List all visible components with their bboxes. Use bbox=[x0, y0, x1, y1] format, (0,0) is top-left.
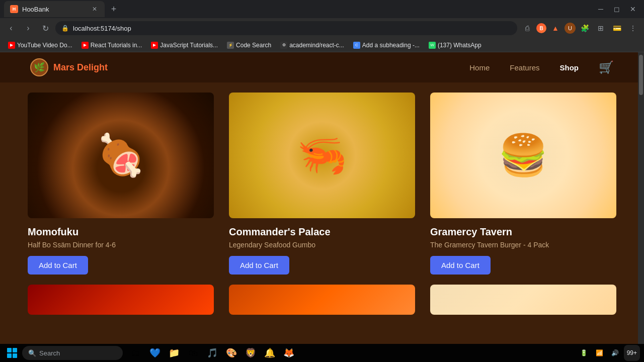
product-name-momofuku: Momofuku bbox=[28, 226, 214, 238]
taskbar-app-folder[interactable]: 📁 bbox=[165, 345, 183, 361]
taskbar-notifications-count[interactable]: 99+ bbox=[624, 345, 640, 361]
win-sq-4 bbox=[13, 353, 17, 358]
bookmark-favicon-js: ▶ bbox=[151, 42, 158, 49]
nav-home[interactable]: Home bbox=[469, 63, 490, 72]
minimize-button[interactable]: ─ bbox=[594, 2, 608, 16]
scrollbar-thumb[interactable] bbox=[639, 55, 643, 95]
navigation-bar: ‹ › ↻ 🔒 localhost:5174/shop ⎙ B ▲ U 🧩 ⊞ … bbox=[0, 18, 644, 38]
bookmark-favicon-wa: W bbox=[429, 42, 436, 49]
bookmark-label-wa: (137) WhatsApp bbox=[438, 42, 481, 49]
bookmark-subheading[interactable]: C Add a subheading -... bbox=[349, 40, 424, 51]
site-logo[interactable]: 🌿 Mars Delight bbox=[30, 58, 108, 76]
bookmarks-bar: ▶ YouTube Video Do... ▶ React Tutorials … bbox=[0, 38, 644, 52]
logo-icon: 🌿 bbox=[30, 58, 48, 76]
taskbar-app-vscode[interactable]: 💙 bbox=[146, 345, 164, 361]
website-content: 🌿 Mars Delight Home Features Shop 🛒 Momo… bbox=[0, 52, 644, 344]
bookmark-favicon-react: ▶ bbox=[82, 42, 89, 49]
bookmark-favicon-yt: ▶ bbox=[8, 42, 15, 49]
product-desc-gramercy: The Gramercy Tavern Burger - 4 Pack bbox=[430, 241, 616, 249]
taskbar-app-file-explorer[interactable]: 🗂 bbox=[127, 345, 145, 361]
product-image-commanders bbox=[229, 93, 415, 218]
nav-shop[interactable]: Shop bbox=[560, 63, 579, 72]
win-sq-3 bbox=[7, 353, 12, 358]
address-bar[interactable]: 🔒 localhost:5174/shop bbox=[55, 21, 517, 35]
taskbar-app-store[interactable]: 🛍 bbox=[184, 345, 202, 361]
bookmark-js-tutorials[interactable]: ▶ JavaScript Tutorials... bbox=[147, 40, 222, 51]
bookmark-label-academind: academind/react-c... bbox=[289, 42, 344, 49]
tab-bar: H HooBank ✕ + ─ ◻ ✕ bbox=[0, 0, 644, 18]
add-to-cart-momofuku[interactable]: Add to Cart bbox=[28, 256, 88, 275]
product-desc-momofuku: Half Bo Ssäm Dinner for 4-6 bbox=[28, 241, 214, 249]
cart-icon[interactable]: 🛒 bbox=[599, 60, 614, 74]
bookmark-academind[interactable]: ⚙ academind/react-c... bbox=[276, 40, 348, 51]
bookmark-whatsapp[interactable]: W (137) WhatsApp bbox=[425, 40, 486, 51]
product-partial-3 bbox=[430, 285, 616, 315]
shop-content: Momofuku Half Bo Ssäm Dinner for 4-6 Add… bbox=[0, 82, 644, 325]
bookmark-yt-video[interactable]: ▶ YouTube Video Do... bbox=[4, 40, 76, 51]
add-to-cart-commanders[interactable]: Add to Cart bbox=[229, 256, 289, 275]
product-name-commanders: Commander's Palace bbox=[229, 226, 415, 238]
share-button[interactable]: ⎙ bbox=[520, 21, 534, 35]
taskbar: 🔍 Search 🗂 💙 📁 🛍 🎵 🎨 🦁 🔔 🦊 🔋 📶 🔊 99+ bbox=[0, 344, 644, 362]
site-nav: Home Features Shop 🛒 bbox=[469, 60, 614, 74]
product-image-gramercy bbox=[430, 93, 616, 218]
taskbar-app-notification[interactable]: 🔔 bbox=[261, 345, 279, 361]
bookmark-label-react: React Tutorials in... bbox=[91, 42, 142, 49]
search-icon: 🔍 bbox=[28, 349, 36, 357]
maximize-button[interactable]: ◻ bbox=[610, 2, 624, 16]
tab-favicon: H bbox=[10, 5, 18, 13]
wallet-button[interactable]: 💳 bbox=[610, 21, 624, 35]
bookmark-favicon-sub: C bbox=[353, 42, 360, 49]
bookmark-favicon-academind: ⚙ bbox=[280, 42, 287, 49]
taskbar-search[interactable]: 🔍 Search bbox=[22, 346, 123, 360]
bookmark-label-yt: YouTube Video Do... bbox=[17, 42, 72, 49]
products-partial-row bbox=[28, 285, 616, 315]
browser-actions: ⎙ B ▲ U 🧩 ⊞ 💳 ⋮ bbox=[520, 21, 640, 35]
start-button[interactable] bbox=[4, 345, 20, 361]
taskbar-apps: 🗂 💙 📁 🛍 🎵 🎨 🦁 🔔 🦊 bbox=[127, 345, 298, 361]
extensions-button[interactable]: 🧩 bbox=[578, 21, 592, 35]
taskbar-app-figma[interactable]: 🎨 bbox=[222, 345, 240, 361]
products-grid: Momofuku Half Bo Ssäm Dinner for 4-6 Add… bbox=[28, 93, 616, 275]
taskbar-battery[interactable]: 🔋 bbox=[577, 345, 591, 361]
product-partial-2 bbox=[229, 285, 415, 315]
menu-button[interactable]: ⋮ bbox=[626, 21, 640, 35]
product-card-gramercy: Gramercy Tavern The Gramercy Tavern Burg… bbox=[430, 93, 616, 275]
bookmark-react-tutorials[interactable]: ▶ React Tutorials in... bbox=[77, 40, 146, 51]
nav-features[interactable]: Features bbox=[510, 63, 539, 72]
new-tab-button[interactable]: + bbox=[107, 2, 121, 16]
win-sq-2 bbox=[13, 348, 17, 352]
taskbar-app-spotify[interactable]: 🎵 bbox=[203, 345, 221, 361]
taskbar-wifi[interactable]: 📶 bbox=[593, 345, 606, 361]
brave-icon: B bbox=[536, 23, 546, 33]
product-image-momofuku bbox=[28, 93, 214, 218]
profile-button[interactable]: U bbox=[565, 23, 576, 34]
active-tab[interactable]: H HooBank ✕ bbox=[4, 1, 105, 17]
product-desc-commanders: Legendary Seafood Gumbo bbox=[229, 241, 415, 249]
win-sq-1 bbox=[7, 348, 12, 352]
scrollbar-track[interactable] bbox=[638, 52, 644, 344]
bookmark-code-search[interactable]: ⚡ Code Search bbox=[223, 40, 275, 51]
product-card-momofuku: Momofuku Half Bo Ssäm Dinner for 4-6 Add… bbox=[28, 93, 214, 275]
back-button[interactable]: ‹ bbox=[4, 21, 18, 35]
refresh-button[interactable]: ↻ bbox=[38, 21, 52, 35]
taskbar-app-fox[interactable]: 🦊 bbox=[280, 345, 298, 361]
window-controls: ─ ◻ ✕ bbox=[594, 2, 640, 16]
url-text: localhost:5174/shop bbox=[73, 25, 511, 32]
tab-close-button[interactable]: ✕ bbox=[91, 5, 99, 13]
close-window-button[interactable]: ✕ bbox=[626, 2, 640, 16]
tab-title: HooBank bbox=[22, 6, 49, 13]
taskbar-sound[interactable]: 🔊 bbox=[608, 345, 622, 361]
site-header: 🌿 Mars Delight Home Features Shop 🛒 bbox=[0, 52, 644, 82]
taskbar-app-brave[interactable]: 🦁 bbox=[242, 345, 260, 361]
bookmark-favicon-code: ⚡ bbox=[227, 42, 234, 49]
taskbar-right: 🔋 📶 🔊 99+ bbox=[577, 345, 640, 361]
search-label: Search bbox=[39, 349, 60, 357]
warning-icon: ▲ bbox=[548, 21, 562, 35]
sidebar-button[interactable]: ⊞ bbox=[594, 21, 608, 35]
add-to-cart-gramercy[interactable]: Add to Cart bbox=[430, 256, 491, 275]
windows-logo bbox=[7, 348, 17, 358]
product-name-gramercy: Gramercy Tavern bbox=[430, 226, 616, 238]
logo-text: Mars Delight bbox=[53, 62, 108, 73]
forward-button[interactable]: › bbox=[21, 21, 35, 35]
